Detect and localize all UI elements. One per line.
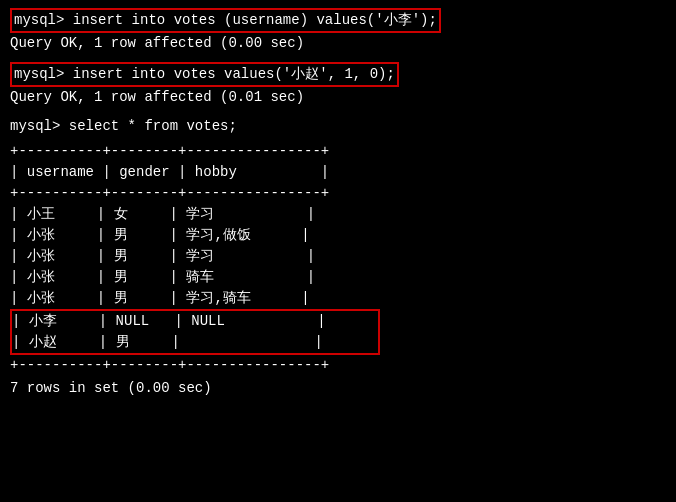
cmd-highlight-1: mysql> insert into votes (username) valu… bbox=[10, 8, 441, 33]
table-row: | 小张 | 男 | 学习,骑车 | bbox=[10, 288, 666, 309]
separator-bot: +----------+--------+----------------+ bbox=[10, 355, 666, 376]
table-row: | 小张 | 男 | 骑车 | bbox=[10, 267, 666, 288]
cmd-text-2: mysql> insert into votes values('小赵', 1,… bbox=[14, 66, 395, 82]
table-row-highlighted-1: | 小李 | NULL | NULL | bbox=[12, 311, 378, 332]
table-row: | 小张 | 男 | 学习,做饭 | bbox=[10, 225, 666, 246]
command-block-3: mysql> select * from votes; bbox=[10, 116, 666, 137]
separator-top: +----------+--------+----------------+ bbox=[10, 141, 666, 162]
cmd-text-3: mysql> select * from votes; bbox=[10, 118, 237, 134]
separator-mid: +----------+--------+----------------+ bbox=[10, 183, 666, 204]
cmd-highlight-2: mysql> insert into votes values('小赵', 1,… bbox=[10, 62, 399, 87]
table-section: +----------+--------+----------------+ |… bbox=[10, 141, 666, 376]
command-block-1: mysql> insert into votes (username) valu… bbox=[10, 8, 666, 54]
rows-count: 7 rows in set (0.00 sec) bbox=[10, 380, 212, 396]
table-header: | username | gender | hobby | bbox=[10, 162, 666, 183]
command-block-2: mysql> insert into votes values('小赵', 1,… bbox=[10, 62, 666, 108]
table-footer: 7 rows in set (0.00 sec) bbox=[10, 378, 666, 399]
table-row-highlighted-2: | 小赵 | 男 | | bbox=[12, 332, 378, 353]
terminal: mysql> insert into votes (username) valu… bbox=[10, 8, 666, 399]
result-text-2: Query OK, 1 row affected (0.01 sec) bbox=[10, 89, 304, 105]
table-row: | 小张 | 男 | 学习 | bbox=[10, 246, 666, 267]
cmd-text-1: mysql> insert into votes (username) valu… bbox=[14, 12, 437, 28]
highlighted-rows-box: | 小李 | NULL | NULL | | 小赵 | 男 | | bbox=[10, 309, 380, 355]
table-row: | 小王 | 女 | 学习 | bbox=[10, 204, 666, 225]
result-text-1: Query OK, 1 row affected (0.00 sec) bbox=[10, 35, 304, 51]
